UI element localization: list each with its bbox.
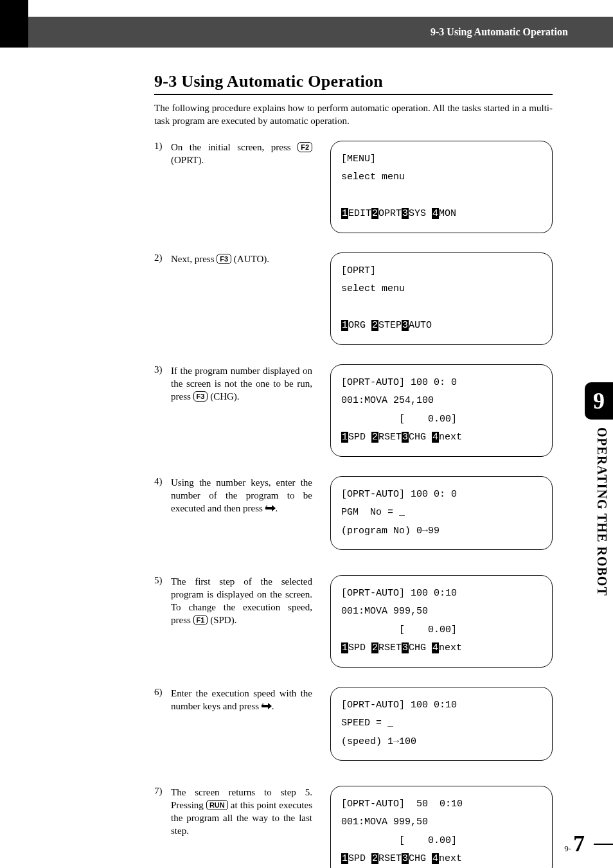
step-number: 7) [154, 786, 171, 797]
step-number: 4) [154, 476, 171, 487]
step-text: On the initial screen, press F2 (OPRT). [171, 141, 319, 167]
key-f3: F3 [193, 391, 208, 402]
section-intro: The following procedure explains how to … [154, 102, 553, 128]
chapter-tab: 9 [585, 382, 613, 420]
header-bar: 9-3 Using Automatic Operation [28, 17, 613, 48]
page-number: 9- 7 [564, 832, 585, 855]
lcd-screen: [OPRT-AUTO] 100 0: 0 001:MOVA 254,100 [ … [330, 364, 553, 457]
step-text: The screen returns to step 5. Pressing R… [171, 786, 319, 838]
step: 5)The first step of the selected program… [154, 575, 553, 671]
step-screen: [OPRT-AUTO] 50 0:10 001:MOVA 999,50 [ 0.… [330, 786, 553, 869]
step-screen: [OPRT-AUTO] 100 0:10 SPEED = _ (speed) 1… [330, 687, 553, 761]
step-list: 1)On the initial screen, press F2 (OPRT)… [154, 141, 553, 869]
page-prefix: 9- [564, 844, 571, 854]
lcd-screen: [OPRT] select menu 1ORG 2STEP3AUTO [330, 252, 553, 345]
step: 6)Enter the execution speed with the num… [154, 687, 553, 770]
step: 1)On the initial screen, press F2 (OPRT)… [154, 141, 553, 237]
key-f2: F2 [298, 142, 312, 152]
step-screen: [OPRT-AUTO] 100 0:10 001:MOVA 999,50 [ 0… [330, 575, 553, 668]
key-run: RUN [206, 800, 228, 810]
step-number: 2) [154, 252, 171, 263]
lcd-screen: [OPRT-AUTO] 50 0:10 001:MOVA 999,50 [ 0.… [330, 786, 553, 869]
step-text: Using the number keys, enter the number … [171, 476, 319, 515]
key-f1: F1 [193, 615, 208, 625]
enter-arrow-icon [265, 504, 276, 513]
step: 2)Next, press F3 (AUTO).[OPRT] select me… [154, 252, 553, 349]
step: 3)If the program number displayed on the… [154, 364, 553, 461]
step-screen: [OPRT] select menu 1ORG 2STEP3AUTO [330, 252, 553, 345]
lcd-screen: [MENU] select menu 1EDIT2OPRT3SYS 4MON [330, 141, 553, 233]
step-number: 6) [154, 687, 171, 698]
page-num: 7 [573, 832, 585, 855]
step-text: Enter the execution speed with the numbe… [171, 687, 319, 713]
step-text: The first step of the selected program i… [171, 575, 319, 627]
section-title: 9-3 Using Automatic Operation [154, 72, 553, 95]
step-screen: [MENU] select menu 1EDIT2OPRT3SYS 4MON [330, 141, 553, 233]
step: 7)The screen returns to step 5. Pressing… [154, 786, 553, 869]
header-bar-text: 9-3 Using Automatic Operation [431, 17, 603, 48]
enter-arrow-icon [262, 702, 272, 711]
lcd-screen: [OPRT-AUTO] 100 0:10 001:MOVA 999,50 [ 0… [330, 575, 553, 668]
step-number: 3) [154, 364, 171, 375]
page-rule [594, 844, 613, 845]
step: 4)Using the number keys, enter the numbe… [154, 476, 553, 560]
lcd-screen: [OPRT-AUTO] 100 0: 0 PGM No = _ (program… [330, 476, 553, 551]
step-screen: [OPRT-AUTO] 100 0: 0 001:MOVA 254,100 [ … [330, 364, 553, 457]
step-text: Next, press F3 (AUTO). [171, 252, 319, 265]
left-strip [0, 0, 28, 48]
step-number: 5) [154, 575, 171, 586]
step-text: If the program number displayed on the s… [171, 364, 319, 403]
lcd-screen: [OPRT-AUTO] 100 0:10 SPEED = _ (speed) 1… [330, 687, 553, 761]
step-number: 1) [154, 141, 171, 152]
chapter-label: OPERATING THE ROBOT [589, 427, 609, 659]
step-screen: [OPRT-AUTO] 100 0: 0 PGM No = _ (program… [330, 476, 553, 551]
key-f3: F3 [217, 254, 231, 264]
page-content: 9-3 Using Automatic Operation The follow… [154, 72, 553, 868]
